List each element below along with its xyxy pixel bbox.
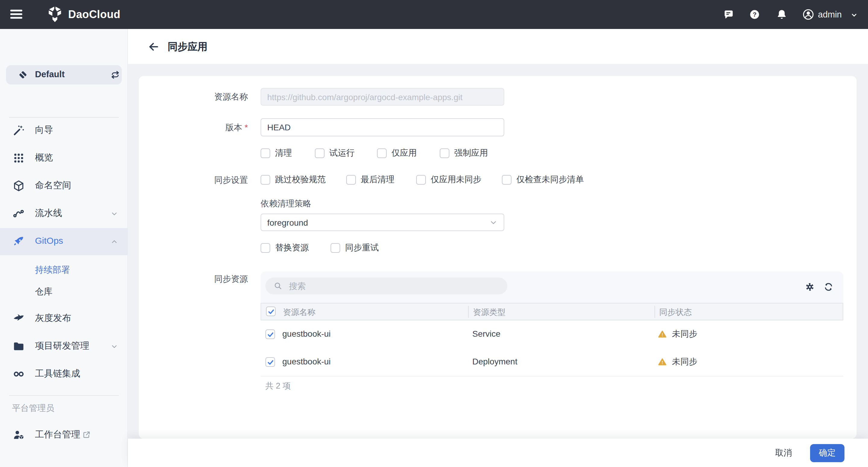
sidebar-item-gitops[interactable]: GitOps bbox=[0, 228, 128, 255]
version-label-text: 版本 bbox=[225, 123, 242, 132]
cell-resource-name: guestbook-ui bbox=[282, 356, 331, 366]
gear-icon[interactable] bbox=[804, 281, 815, 292]
workspace-selector-value: Default bbox=[35, 69, 65, 79]
checkbox-label: 仅应用未同步 bbox=[431, 175, 482, 185]
checkbox-box[interactable] bbox=[440, 149, 450, 158]
workspace-selector[interactable]: Default bbox=[6, 65, 122, 85]
sidebar-item-label: 工具链集成 bbox=[35, 368, 80, 379]
sidebar-subitem-repository[interactable]: 仓库 bbox=[35, 286, 53, 298]
prune-policy-select[interactable]: foreground bbox=[260, 214, 504, 231]
resource-name-input[interactable] bbox=[260, 88, 504, 105]
confirm-button[interactable]: 确定 bbox=[810, 444, 844, 462]
menu-toggle-icon[interactable] bbox=[10, 8, 25, 21]
notifications-icon[interactable] bbox=[776, 8, 788, 21]
page-title: 同步应用 bbox=[168, 40, 208, 54]
brand[interactable]: DaoCloud bbox=[47, 6, 120, 23]
sidebar-item-label: 概览 bbox=[35, 152, 53, 163]
required-asterisk: * bbox=[245, 123, 248, 132]
sidebar-item-namespace[interactable]: 命名空间 bbox=[0, 173, 128, 199]
chevron-down-icon[interactable] bbox=[849, 10, 859, 20]
select-all-checkbox[interactable] bbox=[266, 307, 276, 316]
help-icon[interactable]: ? bbox=[749, 8, 761, 21]
checkbox-box[interactable] bbox=[260, 175, 270, 185]
search-box[interactable] bbox=[266, 278, 507, 294]
back-arrow-icon[interactable] bbox=[147, 40, 160, 53]
sidebar: 应用工作台 Default bbox=[0, 29, 128, 467]
sidebar-item-overview[interactable]: 概览 bbox=[0, 145, 128, 172]
checkbox-prune-last[interactable]: 最后清理 bbox=[346, 175, 395, 185]
switch-workspace-icon[interactable] bbox=[110, 69, 121, 80]
checkbox-skip-schema-validation[interactable]: 跳过校验规范 bbox=[260, 175, 326, 185]
checkbox-box[interactable] bbox=[346, 175, 356, 185]
rocket-icon bbox=[12, 235, 25, 248]
username[interactable]: admin bbox=[818, 10, 842, 19]
sidebar-item-toolchain[interactable]: 工具链集成 bbox=[0, 361, 128, 387]
cell-sync-status: 未同步 bbox=[657, 356, 697, 368]
checkbox-retry[interactable]: 同步重试 bbox=[331, 243, 379, 253]
cube-icon bbox=[12, 179, 25, 192]
sync-settings-label: 同步设置 bbox=[139, 175, 248, 186]
sidebar-subitem-continuous-deploy[interactable]: 持续部署 bbox=[35, 264, 70, 276]
search-input[interactable] bbox=[288, 281, 489, 291]
sidebar-section-label: 平台管理员 bbox=[12, 403, 54, 414]
cell-resource-name: guestbook-ui bbox=[282, 329, 331, 339]
checkbox-force-apply[interactable]: 强制应用 bbox=[440, 148, 488, 159]
checkbox-box[interactable] bbox=[331, 243, 340, 253]
checkbox-label: 试运行 bbox=[329, 148, 355, 159]
folder-icon bbox=[12, 340, 25, 353]
checkbox-box[interactable] bbox=[315, 149, 324, 158]
sidebar-item-label: 流水线 bbox=[35, 208, 62, 219]
grid-icon bbox=[12, 151, 25, 165]
checkbox-box[interactable] bbox=[377, 149, 386, 158]
daocloud-logo-icon bbox=[47, 6, 63, 23]
checkbox-dry-run[interactable]: 试运行 bbox=[315, 148, 355, 159]
checkbox-prune[interactable]: 清理 bbox=[260, 148, 292, 159]
bird-icon bbox=[12, 312, 25, 325]
page-header: 同步应用 bbox=[128, 29, 868, 64]
infinity-icon bbox=[12, 368, 25, 381]
sidebar-item-project-management[interactable]: 项目研发管理 bbox=[0, 333, 128, 360]
checkbox-box[interactable] bbox=[260, 149, 270, 158]
checkbox-apply-out-of-sync-only[interactable]: 仅应用未同步 bbox=[416, 175, 482, 185]
column-header-name: 资源名称 bbox=[283, 307, 315, 318]
row-checkbox[interactable] bbox=[266, 330, 275, 339]
checkbox-box[interactable] bbox=[416, 175, 426, 185]
checkbox-label: 强制应用 bbox=[454, 148, 488, 159]
app-root: DaoCloud ? bbox=[0, 0, 868, 467]
prune-policy-label: 依赖清理策略 bbox=[260, 198, 311, 209]
chevron-up-icon bbox=[111, 238, 118, 246]
sidebar-item-label: GitOps bbox=[35, 235, 63, 246]
cancel-button[interactable]: 取消 bbox=[775, 447, 792, 458]
checkbox-respect-ignore-differences[interactable]: 仅检查未同步清单 bbox=[502, 175, 584, 185]
checkbox-apply-only[interactable]: 仅应用 bbox=[377, 148, 417, 159]
messages-icon[interactable] bbox=[723, 8, 735, 21]
table-row[interactable]: guestbook-ui Service 未同步 bbox=[260, 320, 843, 349]
checkbox-label: 清理 bbox=[275, 148, 292, 159]
sidebar-item-workbench-management[interactable]: 工作台管理 bbox=[0, 422, 128, 448]
row-checkbox[interactable] bbox=[266, 357, 275, 367]
sidebar-item-pipeline[interactable]: 流水线 bbox=[0, 200, 128, 227]
refresh-icon[interactable] bbox=[823, 281, 834, 292]
sidebar-item-gray-release[interactable]: 灰度发布 bbox=[0, 305, 128, 332]
external-link-icon bbox=[82, 430, 91, 439]
sidebar-item-label: 工作台管理 bbox=[35, 429, 80, 440]
sync-resources-panel bbox=[260, 272, 843, 303]
action-footer: 取消 确定 bbox=[128, 439, 868, 467]
resource-name-label: 资源名称 bbox=[139, 92, 248, 102]
checkbox-box[interactable] bbox=[260, 243, 270, 253]
table-header: 资源名称 资源类型 同步状态 bbox=[260, 303, 843, 320]
avatar[interactable] bbox=[802, 8, 815, 21]
svg-text:?: ? bbox=[753, 11, 757, 18]
table-row[interactable]: guestbook-ui Deployment 未同步 bbox=[260, 348, 843, 376]
cell-resource-type: Deployment bbox=[472, 356, 517, 366]
warning-icon bbox=[657, 357, 667, 367]
sync-form-card: 资源名称 版本* 清理 试运行 仅应用 强制应用 同 bbox=[139, 76, 857, 439]
sidebar-item-wizard[interactable]: 向导 bbox=[0, 117, 128, 144]
checkbox-label: 最后清理 bbox=[361, 175, 395, 185]
checkbox-replace[interactable]: 替换资源 bbox=[260, 243, 309, 253]
chevron-down-icon bbox=[111, 343, 118, 350]
admin-user-icon bbox=[12, 428, 25, 442]
cell-resource-type: Service bbox=[472, 329, 500, 339]
checkbox-box[interactable] bbox=[502, 175, 512, 185]
version-input[interactable] bbox=[260, 118, 504, 136]
